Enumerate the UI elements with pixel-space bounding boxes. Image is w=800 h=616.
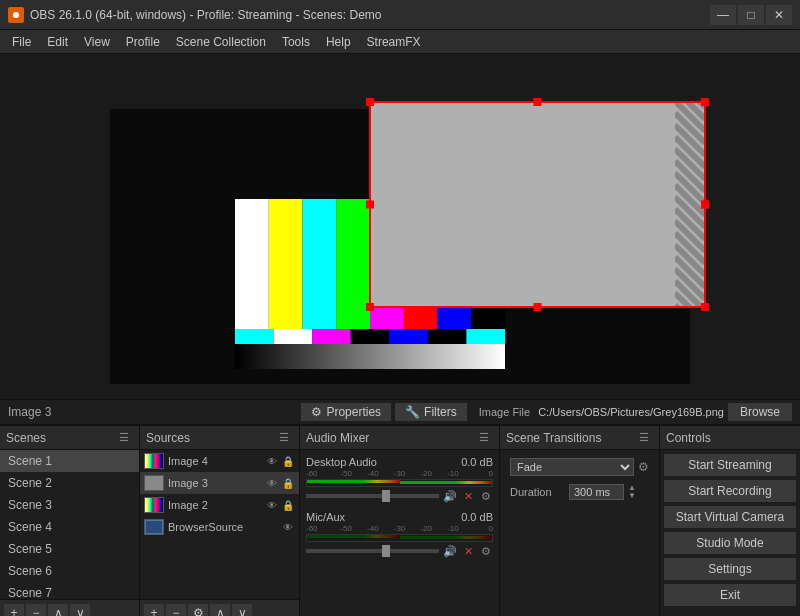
source-item-image2[interactable]: Image 2 👁 🔒 [140,494,299,516]
sources-panel-header: Sources ☰ [140,426,299,450]
mic-audio-fader-thumb[interactable] [382,545,390,557]
scene-item-7[interactable]: Scene 7 [0,582,139,599]
menu-help[interactable]: Help [318,33,359,51]
scene-item-1[interactable]: Scene 1 [0,450,139,472]
source-settings-button[interactable]: ⚙ [188,604,208,617]
mic-audio-fader[interactable] [306,549,439,553]
settings-button[interactable]: Settings [664,558,796,580]
controls-panel-header: Controls [660,426,800,450]
menu-edit[interactable]: Edit [39,33,76,51]
menu-profile[interactable]: Profile [118,33,168,51]
source-up-button[interactable]: ∧ [210,604,230,617]
mic-remove-icon[interactable]: ✕ [461,544,475,558]
scene-item-5[interactable]: Scene 5 [0,538,139,560]
source-icons-browsersource: 👁 [281,520,295,534]
menu-tools[interactable]: Tools [274,33,318,51]
source-name-image2: Image 2 [168,499,261,511]
scenes-panel-header: Scenes ☰ [0,426,139,450]
source-item-browsersource[interactable]: BrowserSource 👁 [140,516,299,538]
remove-scene-button[interactable]: − [26,604,46,617]
add-scene-button[interactable]: + [4,604,24,617]
duration-down-button[interactable]: ▼ [628,492,640,500]
desktop-audio-settings-icon[interactable]: ⚙ [479,489,493,503]
source-icons-image4: 👁 🔒 [265,454,295,468]
scenes-panel-title: Scenes [6,431,46,445]
transition-settings-icon[interactable]: ⚙ [638,460,649,474]
scene-item-6[interactable]: Scene 6 [0,560,139,582]
source-down-button[interactable]: ∨ [232,604,252,617]
studio-mode-button[interactable]: Studio Mode [664,532,796,554]
browse-button[interactable]: Browse [728,403,792,421]
scenes-panel-footer: + − ∧ ∨ [0,599,139,616]
desktop-settings-icon[interactable]: ✕ [461,489,475,503]
audio-track-mic: Mic/Aux 0.0 dB -60 -50 -40 -30 -20 -10 0 [302,509,497,560]
sources-panel-footer: + − ⚙ ∧ ∨ [140,599,299,616]
scenes-panel: Scenes ☰ Scene 1 Scene 2 Scene 3 Scene 4… [0,426,140,616]
scenes-list: Scene 1 Scene 2 Scene 3 Scene 4 Scene 5 … [0,450,139,599]
transition-duration-row: Duration ▲ ▼ [504,480,655,504]
properties-button[interactable]: ⚙ Properties [301,403,391,421]
source-item-image4[interactable]: Image 4 👁 🔒 [140,450,299,472]
source-lock-icon-image4[interactable]: 🔒 [281,454,295,468]
sources-panel: Sources ☰ Image 4 👁 🔒 Image 3 [140,426,300,616]
scene-item-2[interactable]: Scene 2 [0,472,139,494]
sources-list: Image 4 👁 🔒 Image 3 👁 🔒 [140,450,299,599]
titlebar-title: OBS 26.1.0 (64-bit, windows) - Profile: … [30,8,381,22]
source-name-image4: Image 4 [168,455,261,467]
menu-scene-collection[interactable]: Scene Collection [168,33,274,51]
scene-item-4[interactable]: Scene 4 [0,516,139,538]
sources-panel-menu-icon[interactable]: ☰ [279,431,293,445]
scene-down-button[interactable]: ∨ [70,604,90,617]
scene-up-button[interactable]: ∧ [48,604,68,617]
transitions-panel-menu-icon[interactable]: ☰ [639,431,653,445]
audio-mixer-menu-icon[interactable]: ☰ [479,431,493,445]
source-item-image3[interactable]: Image 3 👁 🔒 [140,472,299,494]
app-icon [8,7,24,23]
duration-spinner: ▲ ▼ [628,484,640,500]
source-visibility-icon-image2[interactable]: 👁 [265,498,279,512]
scenes-panel-menu-icon[interactable]: ☰ [119,431,133,445]
desktop-audio-fader-thumb[interactable] [382,490,390,502]
titlebar-controls[interactable]: — □ ✕ [710,5,792,25]
desktop-audio-label: Desktop Audio [306,456,377,468]
source-thumb-image2 [144,497,164,513]
audio-mixer-header: Audio Mixer ☰ [300,426,499,450]
menu-view[interactable]: View [76,33,118,51]
filters-button[interactable]: 🔧 Filters [395,403,467,421]
source-thumb-image4 [144,453,164,469]
scene-item-3[interactable]: Scene 3 [0,494,139,516]
image-file-path: C:/Users/OBS/Pictures/Grey169B.png [538,406,724,418]
minimize-button[interactable]: — [710,5,736,25]
mic-mute-icon[interactable]: 🔊 [443,544,457,558]
menu-file[interactable]: File [4,33,39,51]
source-lock-icon-image3[interactable]: 🔒 [281,476,295,490]
source-thumb-browsersource [144,519,164,535]
mic-settings-icon[interactable]: ⚙ [479,544,493,558]
close-button[interactable]: ✕ [766,5,792,25]
source-props-bar: ⚙ Properties 🔧 Filters Image File C:/Use… [301,403,792,421]
menu-streamfx[interactable]: StreamFX [359,33,429,51]
audio-track-desktop: Desktop Audio 0.0 dB -60 -50 -40 -30 -20… [302,454,497,505]
source-visibility-icon-browsersource[interactable]: 👁 [281,520,295,534]
duration-input[interactable] [569,484,624,500]
remove-source-button[interactable]: − [166,604,186,617]
duration-label: Duration [510,486,565,498]
transition-type-select[interactable]: Fade Cut Swipe Slide Stinger [510,458,634,476]
exit-button[interactable]: Exit [664,584,796,606]
source-lock-icon-image2[interactable]: 🔒 [281,498,295,512]
start-recording-button[interactable]: Start Recording [664,480,796,502]
filter-icon: 🔧 [405,405,420,419]
audio-mixer-title: Audio Mixer [306,431,369,445]
add-source-button[interactable]: + [144,604,164,617]
desktop-mute-icon[interactable]: 🔊 [443,489,457,503]
desktop-audio-fader[interactable] [306,494,439,498]
transitions-panel-header: Scene Transitions ☰ [500,426,659,450]
start-streaming-button[interactable]: Start Streaming [664,454,796,476]
source-visibility-icon-image4[interactable]: 👁 [265,454,279,468]
maximize-button[interactable]: □ [738,5,764,25]
controls-panel: Controls Start Streaming Start Recording… [660,426,800,616]
source-visibility-icon-image3[interactable]: 👁 [265,476,279,490]
mic-aux-meter [306,534,493,542]
source-name-image3: Image 3 [168,477,261,489]
start-virtual-camera-button[interactable]: Start Virtual Camera [664,506,796,528]
